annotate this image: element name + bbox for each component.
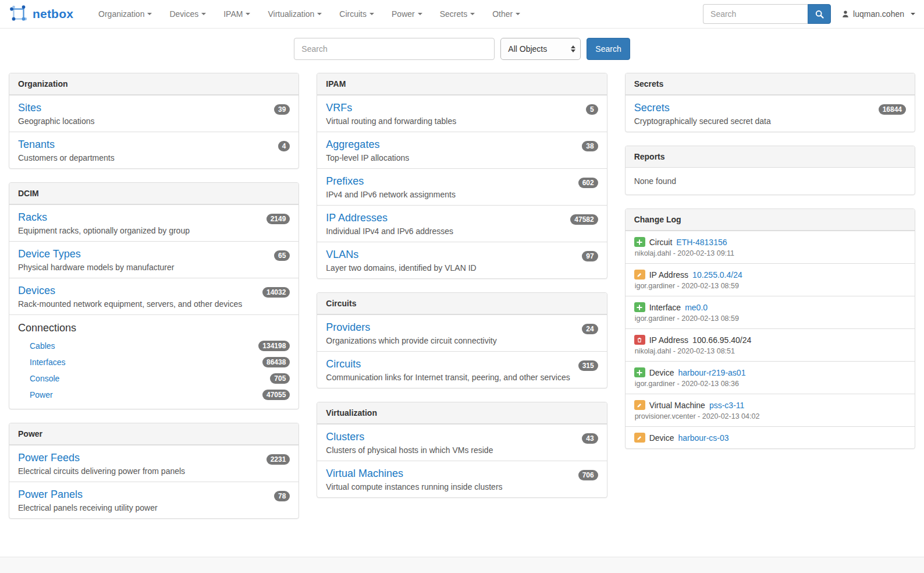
panel-ipam: IPAM 5 VRFs Virtual routing and forwardi…: [317, 73, 607, 279]
nav-power[interactable]: Power: [383, 0, 431, 29]
power-feeds-link[interactable]: Power Feeds: [18, 452, 80, 464]
count-badge: 5: [586, 104, 598, 115]
changelog-entry: Interface me0.0 igor.gardiner - 2020-02-…: [626, 296, 915, 328]
ip-addresses-link[interactable]: IP Addresses: [326, 212, 388, 224]
changelog-object-link[interactable]: me0.0: [685, 303, 708, 312]
object-type-select[interactable]: All Objects: [500, 38, 581, 60]
item-description: Communication links for Internet transit…: [326, 373, 598, 382]
secrets-link[interactable]: Secrets: [634, 102, 670, 114]
column-middle: IPAM 5 VRFs Virtual routing and forwardi…: [317, 73, 607, 511]
list-item: 16844 Secrets Cryptographically secured …: [626, 95, 915, 132]
vlans-link[interactable]: VLANs: [326, 249, 358, 260]
list-item: 315 Circuits Communication links for Int…: [317, 351, 606, 388]
chevron-down-icon: [317, 13, 322, 15]
changelog-meta: nikolaj.dahl - 2020-02-13 08:51: [635, 347, 906, 355]
changelog-object-link[interactable]: ETH-4813156: [676, 238, 727, 247]
list-item: 97 VLANs Layer two domains, identified b…: [317, 242, 606, 278]
device-types-link[interactable]: Device Types: [18, 248, 81, 260]
count-badge: 2149: [266, 214, 290, 224]
count-badge: 706: [578, 470, 598, 480]
power-connections-link[interactable]: Power: [30, 390, 53, 399]
list-item: 47582 IP Addresses Individual IPv4 and I…: [317, 205, 606, 242]
list-item: 2149 Racks Equipment racks, optionally o…: [9, 204, 298, 241]
racks-link[interactable]: Racks: [18, 211, 47, 223]
devices-link[interactable]: Devices: [18, 285, 55, 296]
global-search-input[interactable]: [294, 38, 495, 60]
clusters-link[interactable]: Clusters: [326, 431, 364, 443]
chevron-down-icon: [369, 13, 374, 15]
item-description: Clusters of physical hosts in which VMs …: [326, 445, 598, 455]
nav-secrets[interactable]: Secrets: [431, 0, 484, 29]
count-badge: 16844: [879, 104, 906, 115]
count-badge: 43: [582, 433, 598, 444]
panel-organization: Organization 39 Sites Geographic locatio…: [9, 73, 299, 169]
item-description: Virtual routing and forwarding tables: [326, 116, 598, 126]
console-link[interactable]: Console: [30, 374, 59, 383]
changelog-object-link[interactable]: 10.255.0.4/24: [692, 270, 742, 280]
panel-title: Secrets: [626, 73, 915, 95]
item-description: Cryptographically secured secret data: [634, 116, 906, 126]
count-badge: 47055: [262, 390, 290, 400]
trash-icon: [634, 335, 645, 345]
changelog-entry: Circuit ETH-4813156 nikolaj.dahl - 2020-…: [626, 231, 915, 263]
chevron-down-icon: [911, 13, 915, 15]
netbox-brand[interactable]: netbox: [9, 4, 73, 24]
navbar-search: [703, 4, 831, 24]
nav-virtualization[interactable]: Virtualization: [259, 0, 330, 29]
list-item: 4 Tenants Customers or departments: [9, 132, 298, 168]
navbar-search-input[interactable]: [703, 4, 808, 24]
changelog-object-type: Device: [649, 433, 674, 443]
sites-link[interactable]: Sites: [18, 102, 41, 114]
count-badge: 65: [274, 250, 290, 261]
nav-devices[interactable]: Devices: [161, 0, 215, 29]
list-item: 39 Sites Geographic locations: [9, 95, 298, 132]
panel-power: Power 2231 Power Feeds Electrical circui…: [9, 423, 299, 519]
user-menu[interactable]: luqman.cohen: [841, 9, 915, 19]
top-navbar: netbox Organization Devices IPAM Virtual…: [0, 0, 924, 29]
interfaces-link[interactable]: Interfaces: [30, 358, 65, 367]
search-icon: [815, 10, 824, 19]
cables-link[interactable]: Cables: [30, 341, 55, 351]
panel-title: Change Log: [626, 209, 915, 231]
panel-circuits: Circuits 24 Providers Organizations whic…: [317, 292, 607, 388]
changelog-object-link[interactable]: harbour-r219-as01: [678, 368, 745, 377]
power-panels-link[interactable]: Power Panels: [18, 489, 83, 500]
connection-row: 47055 Power: [18, 387, 290, 403]
changelog-entry: Device harbour-cs-03: [626, 426, 915, 448]
changelog-object-link[interactable]: pss-c3-11: [709, 401, 744, 410]
changelog-object-type: IP Address: [649, 270, 688, 280]
panel-virtualization: Virtualization 43 Clusters Clusters of p…: [317, 402, 607, 498]
add-icon: [634, 302, 645, 312]
count-badge: 14032: [262, 287, 290, 298]
item-description: Customers or departments: [18, 153, 290, 162]
column-right: Secrets 16844 Secrets Cryptographically …: [625, 73, 915, 462]
object-type-selected: All Objects: [508, 44, 547, 54]
providers-link[interactable]: Providers: [326, 321, 370, 333]
panel-reports: Reports None found: [625, 146, 915, 195]
changelog-meta: provisioner.vcenter - 2020-02-13 04:02: [635, 412, 906, 420]
nav-circuits[interactable]: Circuits: [330, 0, 383, 29]
navbar-search-button[interactable]: [808, 4, 831, 24]
virtual-machines-link[interactable]: Virtual Machines: [326, 468, 403, 479]
nav-other[interactable]: Other: [484, 0, 529, 29]
aggregates-link[interactable]: Aggregates: [326, 139, 379, 150]
item-description: Electrical circuits delivering power fro…: [18, 466, 290, 476]
prefixes-link[interactable]: Prefixes: [326, 175, 364, 187]
global-search-button[interactable]: Search: [587, 38, 630, 60]
changelog-object-link[interactable]: harbour-cs-03: [678, 433, 728, 443]
item-description: Organizations which provide circuit conn…: [326, 336, 598, 345]
panel-dcim: DCIM 2149 Racks Equipment racks, optiona…: [9, 182, 299, 409]
nav-organization[interactable]: Organization: [90, 0, 161, 29]
dashboard: Organization 39 Sites Geographic locatio…: [0, 72, 924, 532]
list-item: 14032 Devices Rack-mounted network equip…: [9, 278, 298, 314]
changelog-entry: IP Address 100.66.95.40/24 nikolaj.dahl …: [626, 328, 915, 361]
changelog-object-type: Device: [649, 368, 674, 377]
count-badge: 602: [578, 178, 598, 188]
nav-ipam[interactable]: IPAM: [215, 0, 259, 29]
count-badge: 2231: [266, 454, 290, 465]
vrfs-link[interactable]: VRFs: [326, 102, 352, 114]
circuits-link[interactable]: Circuits: [326, 358, 361, 370]
tenants-link[interactable]: Tenants: [18, 139, 55, 150]
changelog-meta: igor.gardiner - 2020-02-13 08:36: [635, 380, 906, 388]
connection-row: 134198 Cables: [18, 338, 290, 354]
